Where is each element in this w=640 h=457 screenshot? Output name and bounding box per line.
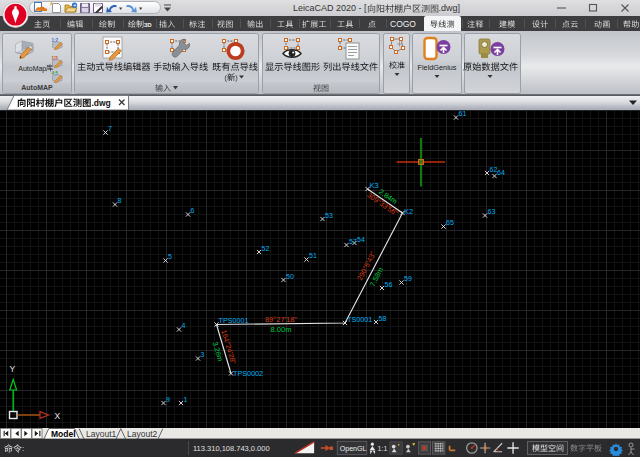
svg-text:56: 56	[385, 281, 393, 288]
svg-text:51: 51	[309, 252, 317, 259]
svg-text:Y: Y	[10, 364, 16, 374]
svg-text:61: 61	[459, 110, 467, 117]
svg-text:TPS0001: TPS0001	[219, 316, 249, 325]
svg-text:65: 65	[446, 219, 454, 226]
svg-text:4: 4	[182, 322, 186, 329]
svg-text:54: 54	[357, 236, 365, 243]
svg-text:64: 64	[497, 169, 505, 176]
svg-text:50: 50	[286, 273, 294, 280]
svg-text:Model: Model	[51, 429, 76, 439]
svg-text:3: 3	[201, 351, 205, 358]
svg-text:89°27'18": 89°27'18"	[265, 315, 297, 324]
svg-text:53: 53	[325, 212, 333, 219]
svg-text:6: 6	[191, 207, 195, 214]
svg-text:TPS0002: TPS0002	[233, 369, 263, 378]
svg-text:K2: K2	[404, 207, 413, 216]
svg-text:Layout2: Layout2	[127, 429, 158, 439]
svg-text:58: 58	[379, 315, 387, 322]
svg-text:63: 63	[488, 208, 496, 215]
svg-text:TS0001: TS0001	[347, 315, 372, 324]
svg-text:9: 9	[166, 396, 170, 403]
svg-text:7: 7	[108, 125, 112, 132]
svg-text:8: 8	[118, 197, 122, 204]
svg-text:Layout1: Layout1	[86, 429, 117, 439]
svg-text:1: 1	[184, 396, 188, 403]
svg-text:1:1: 1:1	[378, 445, 388, 453]
svg-text:8.00m: 8.00m	[271, 325, 292, 334]
svg-text:5: 5	[168, 253, 172, 260]
svg-text:K3: K3	[370, 181, 379, 190]
svg-text:X: X	[55, 411, 61, 421]
svg-text:52: 52	[262, 245, 270, 252]
svg-text:OpenGL: OpenGL	[340, 445, 367, 453]
svg-text:59: 59	[404, 275, 412, 282]
svg-text:57: 57	[349, 238, 357, 245]
